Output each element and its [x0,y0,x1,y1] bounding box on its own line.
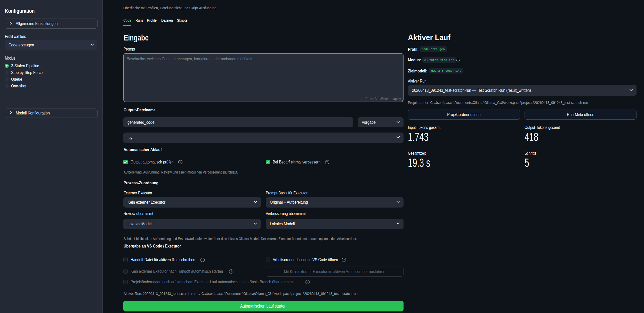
svg-text:?: ? [202,258,203,261]
svg-text:?: ? [307,281,308,284]
svg-text:?: ? [230,270,232,273]
svg-text:?: ? [180,161,181,164]
svg-text:?: ? [343,258,345,261]
svg-text:?: ? [326,161,328,164]
